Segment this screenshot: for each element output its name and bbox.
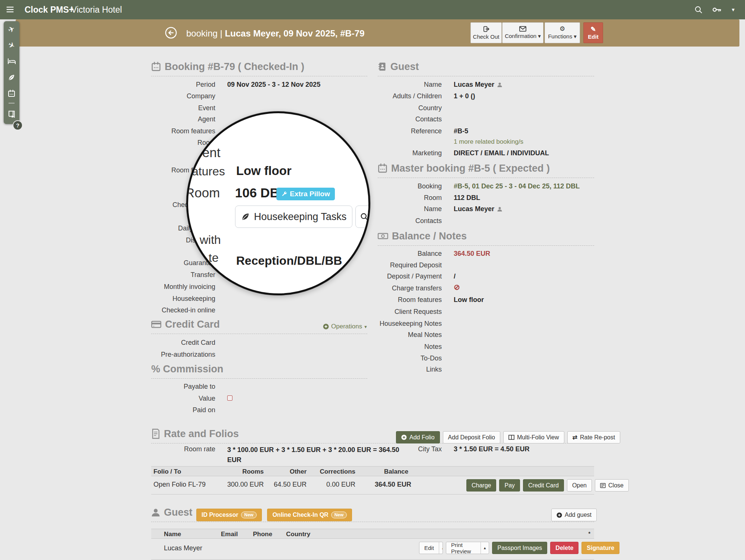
open-button[interactable]: Open xyxy=(567,479,592,491)
edit-guest-label: Edit xyxy=(419,542,439,554)
master-booking-link[interactable]: #B-5, 01 Dec 25 - 3 - 04 Dec 25, 112 DBL xyxy=(454,182,580,190)
print-preview-caret-up-icon[interactable]: ▴ xyxy=(481,542,489,554)
sidebar-item-bookings[interactable] xyxy=(4,106,19,122)
marketing-label: Marketing xyxy=(378,149,442,157)
guest-name-label: Name xyxy=(378,80,442,89)
add-deposit-folio-button[interactable]: Add Deposit Folio xyxy=(443,431,500,443)
delete-guest-button[interactable]: Delete xyxy=(550,542,578,554)
deposit-payment-value: / xyxy=(454,272,456,280)
master-room-label: Room xyxy=(378,194,442,202)
master-booking-heading-text: Master booking #B-5 ( Expected ) xyxy=(391,162,550,174)
page-title-prefix: booking | xyxy=(186,28,222,38)
plane-landing-icon: ✈ xyxy=(7,40,17,51)
close-button[interactable]: Close xyxy=(595,479,629,491)
key-icon[interactable] xyxy=(712,6,722,13)
room-search-button[interactable] xyxy=(355,206,370,228)
magnified-room-features-value: Low floor xyxy=(236,164,291,178)
reference-value: #B-5 xyxy=(454,127,468,135)
company-label: Company xyxy=(151,92,215,100)
account-caret-icon[interactable]: ▾ xyxy=(732,6,735,13)
signature-button[interactable]: Signature xyxy=(581,542,619,554)
credit-card-heading-text: Credit Card xyxy=(165,318,220,330)
edit-guest-split-button[interactable]: Edit ▴ xyxy=(419,542,443,554)
calendar-icon xyxy=(8,90,15,97)
open-label: Open xyxy=(572,482,587,489)
person-icon xyxy=(497,82,503,88)
charge-button[interactable]: Charge xyxy=(466,479,496,491)
folio-balance-value: 364.50 EUR xyxy=(375,481,411,489)
rooms-header: Rooms xyxy=(207,468,264,475)
menu-icon[interactable] xyxy=(6,6,14,13)
passport-images-button[interactable]: Passport Images xyxy=(492,542,547,554)
functions-button[interactable]: ⚙ Functions ▾ xyxy=(545,22,580,43)
sidebar-item-departures[interactable]: ✈ xyxy=(4,21,19,37)
sidebar-item-calendar[interactable] xyxy=(4,85,19,101)
adults-children-value: 1 + 0 () xyxy=(454,92,475,100)
commission-value-label: Value xyxy=(151,394,215,402)
person-section-icon xyxy=(151,508,160,517)
multi-folio-view-label: Multi-Folio View xyxy=(517,434,559,441)
confirmation-caret-icon: ▾ xyxy=(538,33,541,39)
bn-room-features-value: Low floor xyxy=(454,296,484,304)
back-icon[interactable] xyxy=(165,26,177,39)
room-features-label: Room features xyxy=(151,127,215,135)
add-guest-button[interactable]: Add guest xyxy=(551,509,597,521)
add-folio-button[interactable]: Add Folio xyxy=(396,431,440,443)
open-folio-link[interactable]: Open Folio FL-79 xyxy=(153,481,206,489)
balance-notes-section-heading: Balance / Notes xyxy=(378,230,594,246)
master-contacts-label: Contacts xyxy=(378,217,442,225)
pay-button[interactable]: Pay xyxy=(499,479,520,491)
sidebar-item-housekeeping[interactable] xyxy=(4,69,19,85)
rate-repost-button[interactable]: ⇄ Rate Re-post xyxy=(567,431,621,443)
corrections-header: Corrections xyxy=(311,468,355,475)
related-bookings-link[interactable]: 1 more related booking/s xyxy=(454,138,523,146)
leaf-icon xyxy=(241,212,250,221)
master-booking-section-heading: Master booking #B-5 ( Expected ) xyxy=(378,162,594,178)
sidebar-item-arrivals[interactable]: ✈ xyxy=(4,37,19,53)
guest-card-icon xyxy=(378,62,387,71)
operations-dropdown[interactable]: Operations ▾ xyxy=(323,323,367,330)
magnified-rate-plan: Reception/DBL/BB xyxy=(236,254,342,268)
plus-circle-icon xyxy=(323,324,329,330)
event-label: Event xyxy=(151,104,215,112)
room-label: Room xyxy=(151,139,215,147)
commission-value-checkbox[interactable] xyxy=(227,395,232,401)
folio-credit-card-button[interactable]: Credit Card xyxy=(523,479,564,491)
confirmation-button[interactable]: Confirmation ▾ xyxy=(502,22,543,43)
multi-folio-view-button[interactable]: Multi-Folio View xyxy=(503,431,564,443)
plus-circle-icon xyxy=(557,512,562,518)
charge-transfers-label: Charge transfers xyxy=(378,284,442,292)
passport-images-label: Passport Images xyxy=(497,545,542,551)
housekeeping-notes-label: Housekeeping Notes xyxy=(378,319,442,328)
contacts-label: Contacts xyxy=(378,115,442,123)
required-deposit-label: Required Deposit xyxy=(378,261,442,269)
add-deposit-folio-label: Add Deposit Folio xyxy=(448,434,495,441)
close-label: Close xyxy=(608,482,624,489)
email-header: Email xyxy=(221,531,238,538)
functions-caret-icon: ▾ xyxy=(574,33,577,39)
housekeeping-tasks-button[interactable]: Housekeeping Tasks xyxy=(235,206,352,228)
id-processor-button[interactable]: ID Processor New xyxy=(196,509,262,521)
required-asterisk: * xyxy=(589,531,590,537)
search-icon[interactable] xyxy=(694,6,703,14)
person-icon xyxy=(497,207,503,212)
rate-folios-heading-text: Rate and Folios xyxy=(164,428,239,440)
edit-caret-up-icon[interactable]: ▴ xyxy=(439,542,443,554)
folio-table-row: Open Folio FL-79 300.00 EUR 64.50 EUR 0.… xyxy=(151,476,594,494)
master-name-value: Lucas Meyer xyxy=(454,205,503,213)
id-processor-label: ID Processor xyxy=(202,512,238,518)
sidebar-item-in-house[interactable] xyxy=(4,53,19,69)
magnifier-overlay: ent atures Low floor Room 106 DBL Extra … xyxy=(186,111,370,295)
page-title-main: Lucas Meyer, 09 Nov 2025, #B-79 xyxy=(225,28,365,38)
edit-button[interactable]: ✎ Edit xyxy=(583,22,603,43)
help-button[interactable]: ? xyxy=(13,120,23,130)
pencil-icon: ✎ xyxy=(590,26,596,32)
online-checkin-qr-button[interactable]: Online Check-In QR New xyxy=(267,509,352,521)
magnified-room-features-label: atures xyxy=(192,165,225,178)
pre-authorizations-label: Pre-authorizations xyxy=(151,350,215,359)
question-icon: ? xyxy=(16,122,19,128)
operations-caret-icon: ▾ xyxy=(364,324,367,330)
monthly-invoicing-label: Monthly invoicing xyxy=(151,283,215,291)
check-out-button[interactable]: Check Out xyxy=(470,22,502,43)
print-preview-split-button[interactable]: Print Preview ▴ xyxy=(446,542,489,554)
